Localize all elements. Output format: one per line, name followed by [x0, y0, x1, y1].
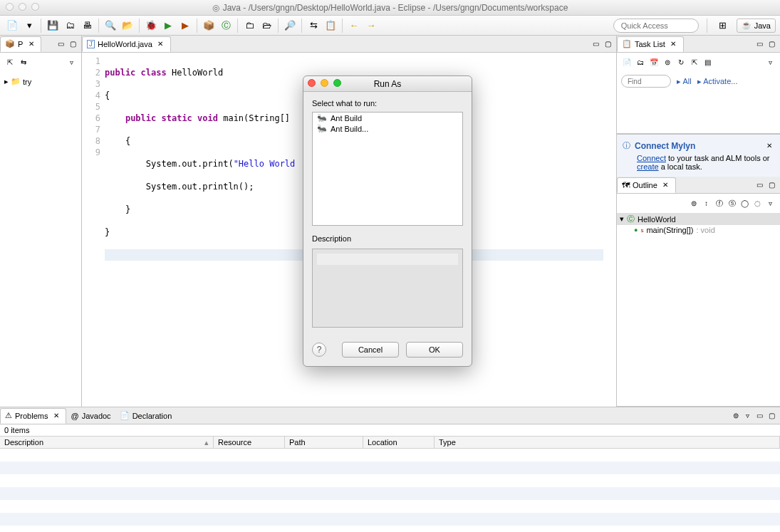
filter-icon[interactable]: ▤ — [702, 57, 713, 68]
problems-table-body[interactable] — [0, 449, 780, 532]
quick-access-input[interactable] — [613, 19, 699, 33]
sync-icon[interactable]: ↻ — [675, 57, 686, 68]
run-options-list[interactable]: 🐜 Ant Build 🐜 Ant Build... — [312, 112, 463, 226]
hide-nonpublic-icon[interactable]: ◯ — [739, 198, 750, 209]
close-icon[interactable] — [6, 3, 14, 11]
save-all-button[interactable]: 🗂 — [62, 18, 78, 33]
close-outline-icon[interactable]: ✕ — [660, 179, 671, 190]
maximize-editor-icon[interactable]: ▢ — [603, 38, 613, 49]
zoom-icon[interactable] — [31, 3, 39, 11]
project-tree[interactable]: ▸ 📁 try — [0, 72, 81, 91]
save-button[interactable]: 💾 — [45, 18, 61, 33]
maximize-problems-icon[interactable]: ▢ — [766, 410, 777, 421]
minimize-tasklist-icon[interactable]: ▭ — [754, 38, 765, 49]
task-find-input[interactable] — [621, 75, 671, 88]
focus-outline-icon[interactable]: ⊚ — [688, 198, 699, 209]
col-path[interactable]: Path — [285, 437, 363, 448]
all-filter-link[interactable]: ▸ All — [677, 77, 692, 86]
run-last-button[interactable]: ▶ — [177, 18, 193, 33]
task-list-label: Task List — [635, 40, 665, 48]
javadoc-icon: @ — [71, 412, 78, 420]
minimize-icon[interactable] — [19, 3, 26, 11]
editor-tab[interactable]: 🄹 HelloWorld.java ✕ — [82, 36, 171, 52]
new-dropdown-icon[interactable]: ▾ — [21, 18, 37, 33]
col-description[interactable]: Description ▴ — [0, 437, 214, 448]
hide-local-icon[interactable]: ◌ — [752, 198, 763, 209]
east-stack: 📋 Task List ✕ ▭ ▢ 📄 🗂 📅 ⊚ ↻ ⇱ ▤ ▿ — [616, 36, 780, 407]
collapse-icon[interactable]: ▾ — [620, 214, 624, 224]
col-type[interactable]: Type — [435, 437, 780, 448]
link-editor-icon[interactable]: ⇆ — [18, 57, 28, 68]
close-problems-icon[interactable]: ✕ — [51, 410, 61, 421]
window-traffic-lights[interactable] — [6, 3, 39, 11]
new-button[interactable]: 📄 — [4, 18, 20, 33]
dialog-close-icon[interactable] — [308, 79, 316, 87]
categorize-icon[interactable]: 🗂 — [635, 57, 645, 68]
declaration-tab[interactable]: 📄 Declaration — [115, 408, 177, 424]
close-mylyn-icon[interactable]: ✕ — [764, 140, 774, 151]
list-item[interactable]: 🐜 Ant Build... — [313, 123, 462, 134]
back-button[interactable]: ← — [346, 18, 362, 33]
build-button[interactable]: 📂 — [120, 18, 135, 33]
cancel-button[interactable]: Cancel — [342, 342, 399, 358]
project-node[interactable]: ▸ 📁 try — [4, 76, 77, 87]
close-tab-icon[interactable]: ✕ — [26, 38, 36, 49]
list-item[interactable]: 🐜 Ant Build — [313, 113, 462, 123]
minimize-problems-icon[interactable]: ▭ — [754, 410, 765, 421]
create-link[interactable]: create — [637, 162, 659, 171]
run-button[interactable]: ▶ — [160, 18, 176, 33]
outline-class-node[interactable]: ▾ Ⓒ HelloWorld — [617, 213, 780, 225]
expand-icon[interactable]: ▸ — [4, 77, 9, 86]
view-menu-icon[interactable]: ▿ — [66, 57, 77, 68]
connect-link[interactable]: Connect — [637, 154, 666, 162]
col-location[interactable]: Location — [363, 437, 435, 448]
open-project-button[interactable]: 🗀 — [241, 18, 257, 33]
close-tasklist-icon[interactable]: ✕ — [668, 38, 679, 49]
outline-tree[interactable]: ▾ Ⓒ HelloWorld ● s main(String[]) : void — [617, 213, 780, 235]
outline-tab[interactable]: 🗺 Outline ✕ — [617, 177, 676, 193]
dialog-minimize-icon[interactable] — [321, 79, 328, 87]
outline-menu-icon[interactable]: ▿ — [765, 198, 776, 209]
close-editor-icon[interactable]: ✕ — [155, 38, 166, 49]
schedule-icon[interactable]: 📅 — [648, 57, 659, 68]
minimize-outline-icon[interactable]: ▭ — [754, 179, 765, 190]
open-folder-button[interactable]: 🗁 — [259, 18, 274, 33]
col-resource[interactable]: Resource — [214, 437, 285, 448]
ok-button[interactable]: OK — [406, 342, 463, 358]
print-button[interactable]: 🖶 — [79, 18, 95, 33]
annotation-button[interactable]: 📋 — [323, 18, 338, 33]
problems-tab[interactable]: ⚠ Problems ✕ — [0, 408, 66, 424]
activate-link[interactable]: ▸ Activate... — [697, 77, 738, 86]
dialog-zoom-icon[interactable] — [333, 79, 341, 87]
focus-problems-icon[interactable]: ⊚ — [730, 410, 741, 421]
debug-button[interactable]: 🐞 — [143, 18, 159, 33]
package-explorer-tab[interactable]: 📦 P ✕ — [0, 36, 41, 52]
focus-icon[interactable]: ⊚ — [662, 57, 672, 68]
collapse-all-icon[interactable]: ⇱ — [4, 57, 15, 68]
help-button[interactable]: ? — [312, 343, 326, 357]
minimize-view-icon[interactable]: ▭ — [56, 38, 66, 49]
tasklist-menu-icon[interactable]: ▿ — [765, 57, 776, 68]
new-package-button[interactable]: 📦 — [201, 18, 217, 33]
open-perspective-button[interactable]: ⊞ — [715, 18, 731, 33]
dialog-traffic-lights[interactable] — [308, 79, 341, 87]
problems-menu-icon[interactable]: ▿ — [742, 410, 753, 421]
collapse-tasks-icon[interactable]: ⇱ — [689, 57, 700, 68]
maximize-view-icon[interactable]: ▢ — [68, 38, 78, 49]
open-type-button[interactable]: 🔍 — [103, 18, 118, 33]
java-perspective-button[interactable]: ☕ Java — [737, 19, 776, 33]
sort-icon[interactable]: ↕ — [701, 198, 712, 209]
minimize-editor-icon[interactable]: ▭ — [591, 38, 601, 49]
hide-static-icon[interactable]: ⓢ — [727, 198, 737, 209]
task-list-tab[interactable]: 📋 Task List ✕ — [617, 36, 684, 52]
toggle-button[interactable]: ⇆ — [306, 18, 321, 33]
maximize-outline-icon[interactable]: ▢ — [766, 179, 777, 190]
maximize-tasklist-icon[interactable]: ▢ — [766, 38, 777, 49]
new-task-icon[interactable]: 📄 — [621, 57, 632, 68]
outline-method-node[interactable]: ● s main(String[]) : void — [617, 225, 780, 235]
javadoc-tab[interactable]: @ Javadoc — [66, 408, 115, 424]
hide-fields-icon[interactable]: ⓕ — [714, 198, 724, 209]
forward-button[interactable]: → — [363, 18, 379, 33]
search-button[interactable]: 🔎 — [282, 18, 298, 33]
new-class-button[interactable]: Ⓒ — [218, 18, 234, 33]
